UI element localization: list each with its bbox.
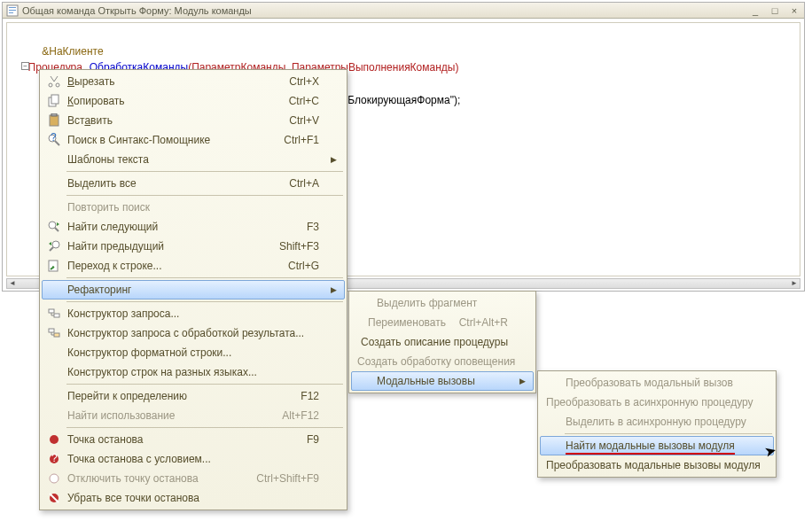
context-menu: Вырезать Ctrl+X Копировать Ctrl+C Встави… [39, 69, 347, 510]
empty-icon [543, 412, 562, 432]
menu-convert-modal-module[interactable]: Преобразовать модальные вызовы модуля [540, 455, 774, 475]
menu-find-modal-label: Найти модальные вызовы модуля [566, 440, 748, 452]
submenu-refactoring: Выделить фрагмент Переименовать Ctrl+Alt… [348, 291, 536, 393]
svg-rect-7 [51, 95, 59, 104]
menu-repeat-search-label: Повторить поиск [67, 201, 319, 214]
close-button[interactable]: × [788, 5, 800, 16]
disable-bp-icon [44, 469, 64, 488]
empty-icon [354, 371, 373, 391]
menu-copy-label: Копировать [67, 95, 257, 107]
menu-breakpoint-shortcut: F9 [257, 433, 319, 446]
menu-goto-def-label: Перейти к определению [67, 390, 257, 402]
menu-copy[interactable]: Копировать Ctrl+C [42, 91, 345, 111]
menu-create-notify-label: Создать обработку оповещения [357, 355, 515, 368]
menu-cut[interactable]: Вырезать Ctrl+X [42, 72, 345, 91]
menu-goto-def[interactable]: Перейти к определению F12 [42, 386, 345, 406]
menu-breakpoint[interactable]: Точка останова F9 [42, 430, 345, 449]
menu-find-prev[interactable]: Найти предыдущий Shift+F3 [42, 237, 345, 256]
menu-format-ctor[interactable]: Конструктор форматной строки... [42, 343, 345, 362]
menu-select-all-label: Выделить все [67, 177, 257, 190]
empty-icon [44, 406, 64, 425]
menu-modal-calls[interactable]: Модальные вызовы ▶ [351, 371, 534, 391]
svg-rect-19 [54, 314, 59, 317]
separator [66, 171, 343, 172]
menu-syntax-help[interactable]: ? Поиск в Синтакс-Помощнике Ctrl+F1 [42, 130, 345, 150]
menu-disable-bp: Отключить точку останова Ctrl+Shift+F9 [42, 469, 345, 488]
menu-syntax-help-label: Поиск в Синтакс-Помощнике [67, 134, 257, 146]
scroll-left-icon[interactable]: ◄ [7, 279, 18, 288]
menu-rename-shortcut: Ctrl+Alt+R [446, 316, 508, 329]
menu-convert-async: Преобразовать в асинхронную процедуру [540, 393, 774, 412]
titlebar[interactable]: Общая команда Открыть Форму: Модуль кома… [3, 3, 804, 19]
separator [565, 433, 772, 434]
submenu-arrow-icon: ▶ [519, 377, 526, 385]
breakpoint-icon [44, 430, 64, 449]
svg-point-5 [56, 83, 59, 87]
empty-icon [543, 436, 562, 455]
menu-find-prev-shortcut: Shift+F3 [257, 240, 319, 253]
menu-cond-breakpoint[interactable]: ? Точка останова с условием... [42, 449, 345, 469]
menu-find-next-shortcut: F3 [257, 221, 319, 233]
svg-point-4 [49, 83, 52, 87]
menu-create-desc-label: Создать описание процедуры [361, 336, 508, 348]
menu-create-desc[interactable]: Создать описание процедуры [351, 332, 534, 352]
menu-convert-modal-label: Преобразовать модальный вызов [566, 377, 748, 389]
menu-find-next[interactable]: Найти следующий F3 [42, 217, 345, 237]
menu-find-usage: Найти использование Alt+F12 [42, 406, 345, 425]
submenu-arrow-icon: ▶ [331, 285, 337, 294]
svg-rect-21 [54, 333, 59, 337]
menu-copy-shortcut: Ctrl+C [257, 95, 319, 107]
scroll-right-icon[interactable]: ► [789, 279, 800, 288]
menu-select-all[interactable]: Выделить все Ctrl+A [42, 174, 345, 193]
menu-extract-fragment: Выделить фрагмент [351, 293, 534, 313]
menu-convert-modal: Преобразовать модальный вызов [540, 373, 774, 393]
svg-point-13 [49, 222, 56, 229]
svg-point-25 [50, 474, 59, 483]
menu-clear-bp-label: Убрать все точки останова [67, 492, 319, 504]
menu-find-modal[interactable]: Найти модальные вызовы модуля [540, 436, 774, 455]
menu-find-usage-shortcut: Alt+F12 [257, 409, 319, 422]
menu-query-ctor-proc[interactable]: Конструктор запроса с обработкой результ… [42, 323, 345, 343]
empty-icon [44, 343, 64, 362]
menu-extract-async-label: Выделить в асинхронную процедуру [566, 416, 748, 428]
menu-convert-async-label: Преобразовать в асинхронную процедуру [546, 396, 753, 408]
cond-breakpoint-icon: ? [44, 449, 64, 469]
query-proc-icon [44, 323, 64, 343]
menu-create-notify: Создать обработку оповещения [351, 352, 534, 371]
menu-query-ctor-proc-label: Конструктор запроса с обработкой результ… [67, 327, 319, 339]
empty-icon [354, 332, 357, 352]
empty-icon [44, 174, 64, 193]
code-directive: &НаКлиенте [42, 45, 103, 58]
svg-rect-2 [9, 10, 16, 11]
menu-disable-bp-shortcut: Ctrl+Shift+F9 [256, 472, 319, 485]
maximize-button[interactable]: □ [769, 5, 781, 16]
svg-point-15 [52, 241, 59, 248]
menu-paste-shortcut: Ctrl+V [257, 114, 319, 127]
menu-paste-label: Вставить [67, 114, 257, 127]
menu-clear-bp[interactable]: Убрать все точки останова [42, 488, 345, 508]
menu-query-ctor[interactable]: Конструктор запроса... [42, 304, 345, 323]
svg-rect-9 [51, 113, 57, 116]
menu-convert-modal-module-label: Преобразовать модальные вызовы модуля [546, 459, 761, 471]
svg-rect-8 [50, 115, 59, 126]
menu-paste[interactable]: Вставить Ctrl+V [42, 111, 345, 130]
empty-icon [44, 362, 64, 382]
minimize-button[interactable]: _ [749, 5, 761, 16]
fold-toggle[interactable]: − [21, 62, 29, 70]
goto-icon [44, 256, 64, 276]
menu-goto-def-shortcut: F12 [257, 390, 319, 402]
svg-text:?: ? [51, 452, 58, 464]
menu-multilang-ctor-label: Конструктор строк на разных языках... [67, 366, 319, 378]
menu-format-ctor-label: Конструктор форматной строки... [67, 346, 319, 359]
separator [66, 384, 343, 385]
menu-text-templates[interactable]: Шаблоны текста ▶ [42, 150, 345, 169]
menu-modal-calls-label: Модальные вызовы [377, 375, 508, 387]
menu-query-ctor-label: Конструктор запроса... [67, 307, 319, 320]
menu-goto-line-label: Переход к строке... [67, 260, 257, 272]
query-icon [44, 304, 64, 323]
menu-cut-label: Вырезать [67, 75, 257, 88]
menu-multilang-ctor[interactable]: Конструктор строк на разных языках... [42, 362, 345, 382]
menu-refactoring[interactable]: Рефакторинг ▶ [42, 280, 345, 300]
menu-goto-line[interactable]: Переход к строке... Ctrl+G [42, 256, 345, 276]
empty-icon [44, 386, 64, 406]
